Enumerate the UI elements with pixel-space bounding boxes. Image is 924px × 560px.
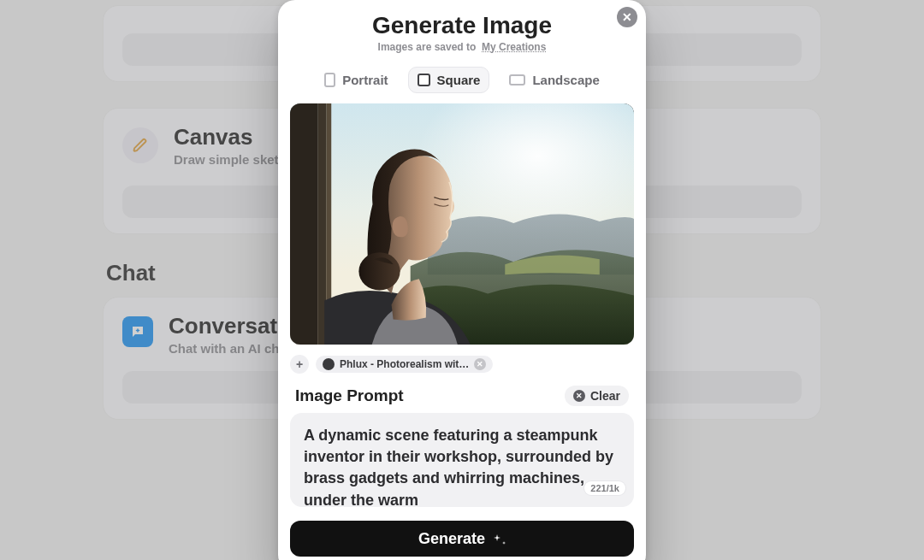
square-icon (418, 74, 430, 86)
generate-button[interactable]: Generate (290, 521, 634, 557)
preview-image (290, 103, 634, 345)
close-button[interactable]: ✕ (617, 7, 637, 27)
style-dot-icon (323, 358, 335, 370)
sparkle-icon (494, 533, 506, 545)
aspect-portrait[interactable]: Portrait (315, 67, 397, 93)
clear-label: Clear (590, 389, 620, 403)
aspect-landscape[interactable]: Landscape (500, 67, 608, 93)
modal-subtitle-prefix: Images are saved to (378, 41, 477, 53)
aspect-portrait-label: Portrait (342, 73, 388, 87)
style-chip-row: + Phlux - Photorealism wit… ✕ (290, 355, 634, 374)
style-chip[interactable]: Phlux - Photorealism wit… ✕ (316, 356, 493, 373)
char-count: 221/1k (584, 481, 625, 495)
style-chip-label: Phlux - Photorealism wit… (340, 358, 469, 370)
portrait-icon (324, 73, 335, 87)
generate-image-modal: ✕ Generate Image Images are saved to My … (278, 0, 646, 560)
modal-subtitle: Images are saved to My Creations (290, 41, 634, 53)
remove-style-button[interactable]: ✕ (474, 358, 486, 370)
close-icon: ✕ (622, 10, 632, 24)
modal-title: Generate Image (290, 12, 634, 39)
clear-icon: ✕ (573, 390, 585, 402)
aspect-square[interactable]: Square (408, 67, 490, 93)
landscape-icon (509, 74, 525, 85)
clear-prompt-button[interactable]: ✕ Clear (565, 386, 629, 406)
prompt-label: Image Prompt (295, 386, 404, 405)
my-creations-link[interactable]: My Creations (482, 41, 546, 53)
generate-label: Generate (418, 530, 485, 548)
plus-icon: + (296, 357, 303, 371)
add-style-button[interactable]: + (290, 355, 309, 374)
aspect-square-label: Square (437, 73, 481, 87)
aspect-ratio-row: Portrait Square Landscape (290, 67, 634, 93)
svg-rect-2 (290, 103, 317, 345)
prompt-textarea[interactable]: A dynamic scene featuring a steampunk in… (290, 413, 634, 507)
aspect-landscape-label: Landscape (532, 73, 599, 87)
prompt-text: A dynamic scene featuring a steampunk in… (304, 425, 620, 507)
